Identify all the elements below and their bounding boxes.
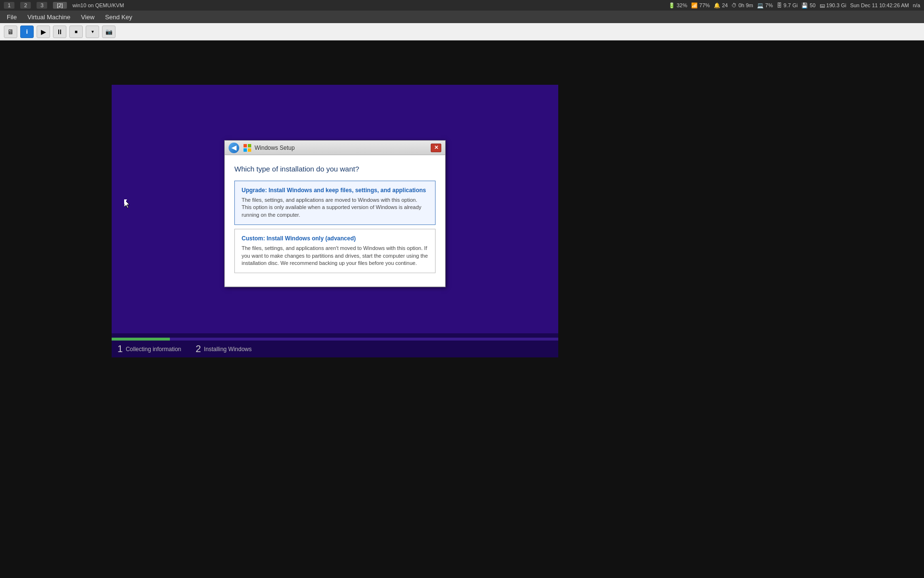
svg-rect-0 — [244, 144, 247, 147]
svg-rect-2 — [244, 148, 247, 152]
step-1-label: Collecting information — [126, 346, 181, 353]
step-2: 2 Installing Windows — [196, 343, 252, 355]
svg-rect-3 — [248, 148, 251, 152]
menu-virtual-machine[interactable]: Virtual Machine — [23, 13, 75, 22]
setup-dialog: ◀ Windows Setup ✕ Which type of — [224, 140, 446, 287]
dialog-title: Windows Setup — [255, 144, 428, 151]
dialog-content: Which type of installation do you want? … — [225, 155, 445, 287]
toolbar: 🖥 i ▶ ⏸ ■ ▾ 📷 — [0, 23, 924, 40]
dialog-close-button[interactable]: ✕ — [431, 144, 441, 152]
na-stat: n/a — [913, 2, 920, 8]
menu-bar: File Virtual Machine View Send Key — [0, 11, 924, 23]
time-stat: ⏱ 0h 9m — [732, 2, 753, 8]
menu-view[interactable]: View — [76, 13, 99, 22]
disk2-stat: 🖴 190.3 Gi — [820, 2, 847, 8]
cpu-stat: 💻 7% — [757, 2, 773, 9]
upgrade-option-title: Upgrade: Install Windows and keep files,… — [242, 187, 428, 194]
tab-2-active[interactable]: [2] — [53, 2, 66, 9]
vm-title: win10 on QEMU/KVM — [73, 2, 124, 8]
svg-rect-1 — [248, 144, 251, 147]
main-area: ◀ Windows Setup ✕ Which type of — [0, 40, 924, 578]
custom-option-desc: The files, settings, and applications ar… — [242, 245, 428, 267]
dialog-titlebar: ◀ Windows Setup ✕ — [225, 141, 445, 155]
step-1: 1 Collecting information — [117, 343, 181, 355]
battery-stat: 🔋 32% — [668, 2, 687, 9]
step-2-label: Installing Windows — [204, 346, 252, 353]
pause-button[interactable]: ⏸ — [53, 26, 66, 38]
upgrade-option[interactable]: Upgrade: Install Windows and keep files,… — [234, 181, 436, 225]
memory-stat: 🗄 9.7 Gi — [777, 2, 797, 8]
step-2-number: 2 — [196, 343, 201, 355]
info-button[interactable]: i — [20, 26, 34, 38]
system-bar-left: 1 2 3 [2] win10 on QEMU/KVM — [4, 2, 124, 9]
screenshot-button[interactable]: 📷 — [102, 26, 116, 38]
vm-screen[interactable]: ◀ Windows Setup ✕ Which type of — [0, 40, 924, 578]
progress-steps: 1 Collecting information 2 Installing Wi… — [112, 341, 558, 357]
install-type-question: Which type of installation do you want? — [234, 165, 436, 173]
dropdown-button[interactable]: ▾ — [86, 26, 99, 38]
menu-send-key[interactable]: Send Key — [100, 13, 137, 22]
system-bar-right: 🔋 32% 📶 77% 🔔 24 ⏱ 0h 9m 💻 7% 🗄 9.7 Gi 💾… — [668, 2, 920, 9]
dialog-back-icon[interactable]: ◀ — [229, 143, 239, 153]
system-bar: 1 2 3 [2] win10 on QEMU/KVM 🔋 32% 📶 77% … — [0, 0, 924, 11]
windows-screen: ◀ Windows Setup ✕ Which type of — [112, 85, 558, 357]
stop-button[interactable]: ■ — [69, 26, 83, 38]
play-button[interactable]: ▶ — [37, 26, 50, 38]
custom-option-title: Custom: Install Windows only (advanced) — [242, 235, 428, 242]
windows-icon — [243, 144, 252, 152]
tab-2[interactable]: 2 — [20, 2, 31, 9]
custom-option[interactable]: Custom: Install Windows only (advanced) … — [234, 229, 436, 273]
step-1-number: 1 — [117, 343, 123, 355]
progress-area: 1 Collecting information 2 Installing Wi… — [112, 333, 558, 357]
tab-3[interactable]: 3 — [37, 2, 47, 9]
tab-1[interactable]: 1 — [4, 2, 14, 9]
notification-stat: 🔔 24 — [714, 2, 728, 9]
monitor-button[interactable]: 🖥 — [4, 26, 17, 38]
signal-stat: 📶 77% — [691, 2, 710, 9]
disk-stat: 💾 50 — [801, 2, 815, 9]
datetime: Sun Dec 11 10:42:26 AM — [850, 2, 909, 8]
menu-file[interactable]: File — [2, 13, 22, 22]
upgrade-option-desc: The files, settings, and applications ar… — [242, 197, 428, 219]
